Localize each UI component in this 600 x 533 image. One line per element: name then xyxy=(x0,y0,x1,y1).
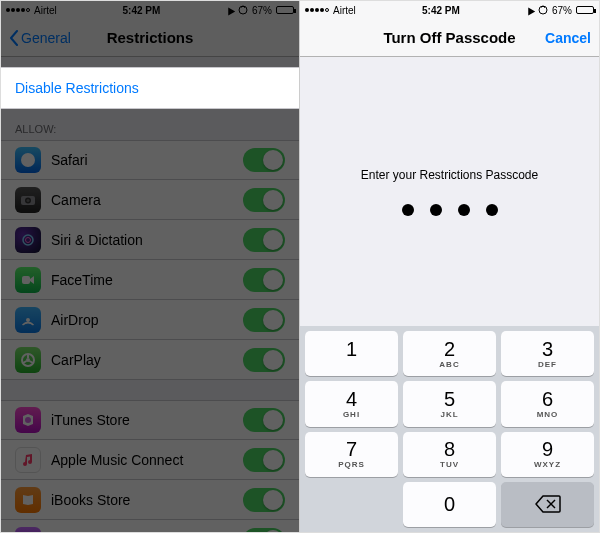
signal-dots-icon xyxy=(6,8,30,12)
svg-point-8 xyxy=(26,318,30,322)
passcode-area: Enter your Restrictions Passcode xyxy=(300,57,599,326)
key-num-label: 7 xyxy=(346,439,357,459)
key-num-label: 6 xyxy=(542,389,553,409)
setting-row-carplay: CarPlay xyxy=(1,340,299,380)
music-icon xyxy=(15,447,41,473)
chevron-left-icon xyxy=(9,30,19,46)
key-num-label: 9 xyxy=(542,439,553,459)
key-num-label: 1 xyxy=(346,339,357,359)
setting-label: AirDrop xyxy=(51,312,233,328)
nav-bar: General Restrictions xyxy=(1,19,299,57)
passcode-dot xyxy=(402,204,414,216)
key-num-label: 8 xyxy=(444,439,455,459)
safari-icon xyxy=(15,147,41,173)
toggle-podcasts[interactable] xyxy=(243,528,285,533)
key-0[interactable]: 0 xyxy=(403,482,496,527)
key-num-label: 5 xyxy=(444,389,455,409)
back-button[interactable]: General xyxy=(9,30,79,46)
itunes-icon xyxy=(15,407,41,433)
battery-icon xyxy=(276,6,294,14)
key-8[interactable]: 8TUV xyxy=(403,432,496,477)
nav-bar: Turn Off Passcode Cancel xyxy=(300,19,599,57)
back-label: General xyxy=(21,30,71,46)
svg-point-5 xyxy=(23,235,33,245)
setting-label: FaceTime xyxy=(51,272,233,288)
toggle-camera[interactable] xyxy=(243,188,285,212)
setting-label: Podcasts xyxy=(51,532,233,533)
disable-restrictions-label: Disable Restrictions xyxy=(15,80,139,96)
facetime-icon xyxy=(15,267,41,293)
toggle-siri[interactable] xyxy=(243,228,285,252)
status-time: 5:42 PM xyxy=(422,5,460,16)
key-letters-label: MNO xyxy=(537,410,559,419)
key-num-label: 4 xyxy=(346,389,357,409)
location-icon xyxy=(225,5,235,15)
key-5[interactable]: 5JKL xyxy=(403,381,496,426)
status-time: 5:42 PM xyxy=(122,5,160,16)
cancel-button[interactable]: Cancel xyxy=(521,30,591,46)
setting-row-camera: Camera xyxy=(1,180,299,220)
setting-row-airdrop: AirDrop xyxy=(1,300,299,340)
backspace-key[interactable] xyxy=(501,482,594,527)
backspace-icon xyxy=(535,495,561,513)
setting-row-itunes: iTunes Store xyxy=(1,400,299,440)
passcode-prompt: Enter your Restrictions Passcode xyxy=(361,168,538,182)
setting-row-safari: Safari xyxy=(1,140,299,180)
disable-restrictions-button[interactable]: Disable Restrictions xyxy=(1,67,299,109)
toggle-airdrop[interactable] xyxy=(243,308,285,332)
setting-row-music: Apple Music Connect xyxy=(1,440,299,480)
key-num-label: 2 xyxy=(444,339,455,359)
numeric-keypad: 1 2ABC3DEF4GHI5JKL6MNO7PQRS8TUV9WXYZ0 xyxy=(300,326,599,532)
key-blank xyxy=(305,482,398,527)
signal-dots-icon xyxy=(305,8,329,12)
setting-row-ibooks: iBooks Store xyxy=(1,480,299,520)
status-bar: Airtel 5:42 PM 67% xyxy=(1,1,299,19)
toggle-ibooks[interactable] xyxy=(243,488,285,512)
svg-point-14 xyxy=(25,417,31,423)
orientation-lock-icon xyxy=(238,5,248,15)
key-7[interactable]: 7PQRS xyxy=(305,432,398,477)
camera-icon xyxy=(15,187,41,213)
key-3[interactable]: 3DEF xyxy=(501,331,594,376)
svg-point-1 xyxy=(21,153,35,167)
key-6[interactable]: 6MNO xyxy=(501,381,594,426)
svg-point-0 xyxy=(239,6,247,14)
key-num-label: 0 xyxy=(444,494,455,514)
ibooks-icon xyxy=(15,487,41,513)
passcode-dot xyxy=(486,204,498,216)
key-letters-label: JKL xyxy=(440,410,458,419)
setting-label: Apple Music Connect xyxy=(51,452,233,468)
setting-label: CarPlay xyxy=(51,352,233,368)
setting-label: iTunes Store xyxy=(51,412,233,428)
toggle-safari[interactable] xyxy=(243,148,285,172)
carrier-label: Airtel xyxy=(333,5,356,16)
airdrop-icon xyxy=(15,307,41,333)
orientation-lock-icon xyxy=(538,5,548,15)
toggle-itunes[interactable] xyxy=(243,408,285,432)
key-9[interactable]: 9WXYZ xyxy=(501,432,594,477)
toggle-carplay[interactable] xyxy=(243,348,285,372)
key-letters-label: WXYZ xyxy=(534,460,561,469)
podcasts-icon xyxy=(15,527,41,533)
key-letters-label: GHI xyxy=(343,410,360,419)
key-2[interactable]: 2ABC xyxy=(403,331,496,376)
battery-percent: 67% xyxy=(252,5,272,16)
svg-point-6 xyxy=(26,237,31,242)
key-1[interactable]: 1 xyxy=(305,331,398,376)
key-letters-label: DEF xyxy=(538,360,557,369)
cancel-label: Cancel xyxy=(545,30,591,46)
key-4[interactable]: 4GHI xyxy=(305,381,398,426)
setting-label: Safari xyxy=(51,152,233,168)
svg-point-20 xyxy=(539,6,547,14)
allow-section-header: ALLOW: xyxy=(1,109,299,140)
key-letters-label: ABC xyxy=(439,360,459,369)
setting-label: Camera xyxy=(51,192,233,208)
carrier-label: Airtel xyxy=(34,5,57,16)
svg-rect-7 xyxy=(22,276,30,284)
battery-icon xyxy=(576,6,594,14)
toggle-music[interactable] xyxy=(243,448,285,472)
restrictions-screen: Airtel 5:42 PM 67% General Restrictions … xyxy=(1,1,300,532)
key-letters-label: PQRS xyxy=(338,460,365,469)
setting-label: Siri & Dictation xyxy=(51,232,233,248)
toggle-facetime[interactable] xyxy=(243,268,285,292)
